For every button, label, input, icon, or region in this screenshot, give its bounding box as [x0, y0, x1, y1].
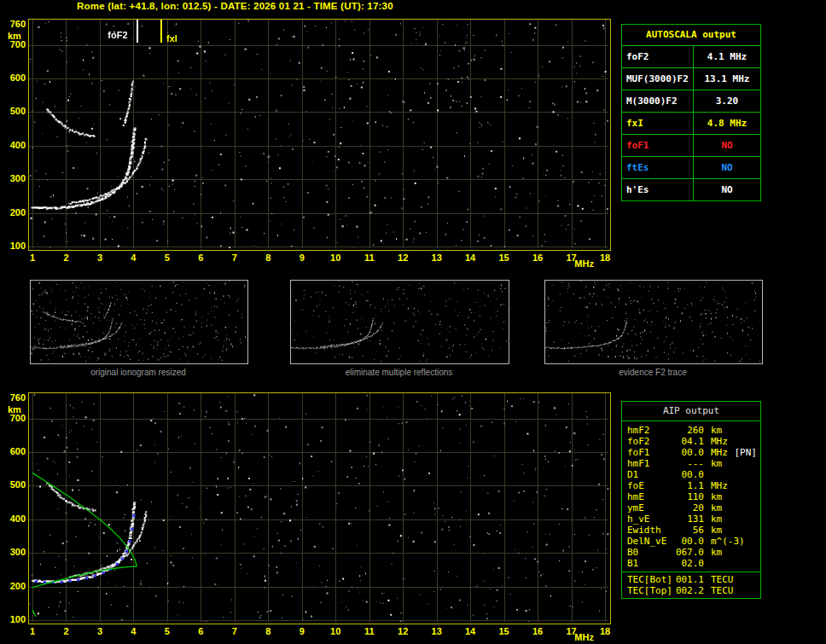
autoscala-row-muf3000f2: MUF(3000)F213.1 MHz — [622, 68, 760, 90]
autoscala-cell: foF2 — [622, 46, 694, 67]
y-tick-label: 500 — [3, 479, 26, 490]
autoscala-row-hes: h'EsNO — [622, 179, 760, 200]
aip-cell: foF2 — [627, 436, 675, 447]
x-tick-label: 3 — [90, 626, 109, 636]
autoscala-row-fof1: foF1NO — [622, 135, 760, 157]
aip-row-tecbot: TEC[Bot]001.1TECU — [622, 574, 760, 585]
x-tick-label: 13 — [428, 626, 446, 636]
x-tick-label: 4 — [124, 252, 143, 263]
aip-cell: 001.1 — [675, 574, 704, 585]
x-tick-label: 2 — [56, 626, 75, 636]
aip-output-table: AIP output hmF2260kmfoF204.1MHzfoF100.0M… — [621, 401, 761, 599]
x-tick-label: 10 — [326, 626, 345, 636]
aip-cell: m^(-3) — [711, 536, 745, 547]
autoscala-cell: 4.8 MHz — [694, 113, 760, 134]
y-tick-label: 500 — [3, 106, 26, 116]
autoscala-table-rows: foF24.1 MHzMUF(3000)F213.1 MHzM(3000)F23… — [622, 46, 760, 200]
bottom-ionogram — [28, 392, 611, 624]
aip-cell: 20 — [675, 502, 704, 513]
aip-cell: ymE — [627, 502, 675, 513]
aip-cell: foF1 — [627, 447, 675, 458]
x-tick-label: 6 — [191, 252, 210, 263]
aip-separator — [622, 571, 760, 572]
aip-row-tectop: TEC[Top]002.2TECU — [622, 585, 760, 596]
aip-row-delnve: DelN_vE00.0m^(-3) — [622, 536, 760, 547]
aip-cell: 00.0 — [675, 469, 704, 480]
aip-table-title: AIP output — [622, 402, 760, 421]
x-tick-label: 11 — [360, 626, 379, 636]
autoscala-output-table: AUTOSCALA output foF24.1 MHzMUF(3000)F21… — [621, 24, 761, 201]
aip-cell: hmE — [627, 491, 675, 502]
aip-row-d1: D100.0 — [622, 469, 760, 480]
thumbnail-eliminate-reflections — [290, 280, 509, 364]
y-tick-label: 200 — [3, 581, 26, 591]
aip-row-hve: h_vE131km — [622, 513, 760, 525]
x-tick-label: 3 — [90, 252, 109, 263]
x-tick-label: 4 — [124, 626, 143, 636]
x-tick-label: 7 — [225, 252, 244, 263]
x-tick-label: 14 — [461, 626, 480, 636]
aip-table-rows: hmF2260kmfoF204.1MHzfoF100.0MHz[PN]hmF1-… — [622, 421, 760, 598]
page-title: Rome (lat: +41.8, lon: 012.5) - DATE: 20… — [77, 1, 393, 11]
aip-row-hme: hmE110km — [622, 491, 760, 502]
aip-cell: MHz — [711, 447, 728, 458]
aip-cell: km — [711, 547, 722, 558]
autoscala-row-fxi: fxI4.8 MHz — [622, 113, 760, 135]
aip-note: [PN] — [735, 447, 758, 458]
top-ionogram — [28, 19, 611, 251]
x-tick-label: 8 — [259, 252, 277, 263]
y-tick-label: 600 — [3, 73, 26, 83]
autoscala-cell: 3.20 — [694, 90, 760, 112]
autoscala-cell: 4.1 MHz — [694, 46, 760, 67]
aip-cell: B0 — [627, 547, 675, 558]
y-tick-label: 400 — [3, 140, 26, 150]
aip-row-yme: ymE20km — [622, 502, 760, 513]
aip-row-fof1: foF100.0MHz[PN] — [622, 447, 760, 458]
aip-row-b1: B102.0 — [622, 558, 760, 569]
aip-cell: 00.0 — [675, 536, 704, 547]
aip-cell: TEC[Top] — [627, 585, 675, 596]
aip-cell: km — [711, 491, 722, 502]
aip-row-fof2: foF204.1MHz — [622, 436, 760, 447]
bottom-ionogram-canvas — [29, 393, 608, 622]
autoscala-cell: MUF(3000)F2 — [622, 68, 694, 90]
aip-cell: km — [711, 513, 722, 525]
x-tick-label: 15 — [495, 626, 514, 636]
autoscala-row-fof2: foF24.1 MHz — [622, 46, 760, 68]
x-tick-label: 16 — [528, 626, 547, 636]
autoscala-cell: NO — [694, 157, 760, 178]
y-tick-label: 300 — [3, 547, 26, 557]
autoscala-table-title: AUTOSCALA output — [622, 25, 760, 46]
autoscala-screen: Rome (lat: +41.8, lon: 012.5) - DATE: 20… — [0, 0, 826, 644]
thumbnail-evidence-canvas — [545, 281, 760, 362]
x-tick-label: 5 — [158, 626, 177, 636]
autoscala-row-m3000f2: M(3000)F23.20 — [622, 90, 760, 113]
aip-row-foe: foE1.1MHz — [622, 480, 760, 491]
aip-cell: B1 — [627, 558, 675, 569]
autoscala-cell: NO — [694, 179, 760, 200]
x-tick-label: 11 — [360, 252, 379, 263]
autoscala-cell: h'Es — [622, 179, 694, 200]
autoscala-cell: M(3000)F2 — [622, 90, 694, 112]
y-tick-label: 100 — [3, 614, 26, 624]
aip-cell: hmF1 — [627, 458, 675, 469]
y-tick-label: 400 — [3, 513, 26, 524]
x-tick-label: 12 — [393, 252, 412, 263]
y-tick-label: 760 — [3, 392, 26, 403]
aip-cell: 56 — [675, 525, 704, 536]
aip-cell: h_vE — [627, 513, 675, 525]
x-tick-label: 6 — [191, 626, 210, 636]
aip-row-b0: B0067.0km — [622, 547, 760, 558]
autoscala-cell: 13.1 MHz — [694, 68, 760, 90]
x-tick-label: 9 — [293, 252, 311, 263]
aip-cell: 131 — [675, 513, 704, 525]
y-tick-label: 200 — [3, 207, 26, 218]
thumbnail-caption-eliminate: eliminate multiple reflections — [290, 368, 508, 377]
aip-row-hmf1: hmF1---km — [622, 458, 760, 469]
autoscala-cell: NO — [694, 135, 760, 156]
aip-cell: km — [711, 502, 722, 513]
aip-cell: DelN_vE — [627, 536, 675, 547]
aip-cell: km — [711, 458, 722, 469]
y-tick-label: 100 — [3, 241, 26, 251]
aip-cell: MHz — [711, 436, 728, 447]
